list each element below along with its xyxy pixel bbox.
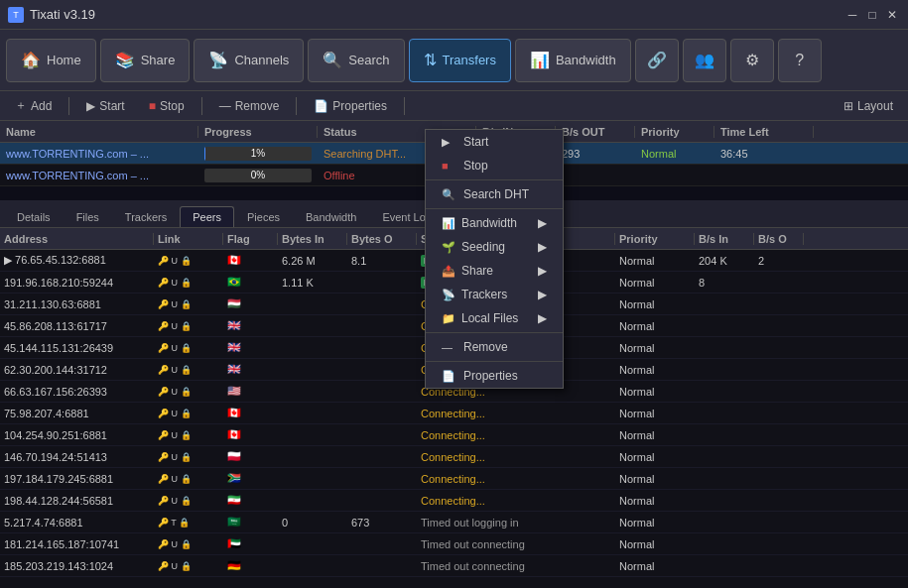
ctx-search-dht[interactable]: 🔍 Search DHT xyxy=(426,182,563,206)
peer-status: Connecting... xyxy=(417,429,615,441)
nav-search-label: Search xyxy=(348,53,389,67)
navbar: 🏠 Home 📚 Share 📡 Channels 🔍 Search ⇅ Tra… xyxy=(0,30,908,91)
ctx-start[interactable]: ▶ Start xyxy=(426,130,563,154)
nav-channels[interactable]: 📡 Channels xyxy=(194,39,304,82)
minimize-button[interactable]: ─ xyxy=(844,7,860,23)
tab-trackers[interactable]: Trackers xyxy=(112,206,180,227)
nav-bandwidth[interactable]: 📊 Bandwidth xyxy=(515,39,631,82)
peer-link: 🔑 U 🔒 xyxy=(154,365,223,375)
peer-row[interactable]: 185.203.219.143:1024 🔑 U 🔒 🇩🇪 Timed out … xyxy=(0,555,908,577)
ph-bytes-out[interactable]: Bytes O xyxy=(347,233,417,245)
ctx-properties[interactable]: 📄 Properties xyxy=(426,364,563,388)
tab-files[interactable]: Files xyxy=(64,206,112,227)
properties-icon: 📄 xyxy=(314,99,328,113)
ctx-stop-label: Stop xyxy=(463,159,488,173)
peer-row[interactable]: 75.98.207.4:6881 🔑 U 🔒 🇨🇦 Connecting... … xyxy=(0,403,908,424)
help-icon: ? xyxy=(795,52,804,69)
nav-bandwidth-label: Bandwidth xyxy=(556,53,616,67)
peer-row[interactable]: 104.254.90.251:6881 🔑 U 🔒 🇨🇦 Connecting.… xyxy=(0,424,908,446)
stop-button[interactable]: ■ Stop xyxy=(138,95,195,117)
peer-flag: 🇨🇦 xyxy=(223,407,278,419)
peer-bytes-out: 673 xyxy=(347,517,417,529)
peer-row[interactable]: 198.44.128.244:56581 🔑 U 🔒 🇮🇷 Connecting… xyxy=(0,490,908,512)
nav-share[interactable]: 📚 Share xyxy=(100,39,191,82)
ph-bps-out[interactable]: B/s O xyxy=(754,233,804,245)
ctx-share-label: Share xyxy=(461,264,493,278)
ctx-seeding-arrow: ▶ xyxy=(538,240,547,254)
nav-connections[interactable]: 🔗 xyxy=(635,39,679,82)
layout-label: Layout xyxy=(857,99,893,113)
context-menu: ▶ Start ■ Stop 🔍 Search DHT 📊 Bandwidth … xyxy=(425,129,564,389)
peer-address: 66.63.167.156:26393 xyxy=(0,386,154,398)
layout-icon: ⊞ xyxy=(843,99,853,113)
remove-button[interactable]: — Remove xyxy=(208,95,291,117)
ctx-trackers-label: Trackers xyxy=(461,288,507,301)
tab-peers[interactable]: Peers xyxy=(180,206,234,227)
ctx-local-files[interactable]: 📁 Local Files ▶ xyxy=(426,306,563,330)
toolbar: ＋ Add ▶ Start ■ Stop — Remove 📄 Properti… xyxy=(0,91,908,121)
ph-flag[interactable]: Flag xyxy=(223,233,278,245)
close-button[interactable]: ✕ xyxy=(884,7,900,23)
tab-details[interactable]: Details xyxy=(4,206,64,227)
peer-link: 🔑 U 🔒 xyxy=(154,256,223,266)
peer-priority: Normal xyxy=(615,517,695,529)
ctx-seeding[interactable]: 🌱 Seeding ▶ xyxy=(426,235,563,259)
peer-row[interactable]: 197.184.179.245:6881 🔑 U 🔒 🇿🇦 Connecting… xyxy=(0,468,908,490)
title-area: T Tixati v3.19 xyxy=(8,7,95,23)
share-icon: 📚 xyxy=(115,51,135,69)
app-icon: T xyxy=(8,7,24,23)
nav-settings[interactable]: ⚙ xyxy=(730,39,774,82)
ph-bytes-in[interactable]: Bytes In xyxy=(278,233,347,245)
peer-status: Connecting... xyxy=(417,495,615,507)
peer-flag: 🇮🇷 xyxy=(223,494,278,507)
peer-flag: 🇬🇧 xyxy=(223,341,278,354)
layout-button[interactable]: ⊞ Layout xyxy=(833,95,904,117)
properties-button[interactable]: 📄 Properties xyxy=(303,95,398,117)
toolbar-sep-1 xyxy=(68,97,69,115)
peer-link: 🔑 U 🔒 xyxy=(154,299,223,309)
peer-link: 🔑 U 🔒 xyxy=(154,474,223,484)
peer-priority: Normal xyxy=(615,495,695,507)
ph-priority[interactable]: Priority xyxy=(615,233,695,245)
peer-row[interactable]: 181.214.165.187:10741 🔑 U 🔒 🇦🇪 Timed out… xyxy=(0,533,908,555)
add-button[interactable]: ＋ Add xyxy=(4,95,63,117)
peer-priority: Normal xyxy=(615,277,695,289)
remove-label: Remove xyxy=(235,99,280,113)
nav-home[interactable]: 🏠 Home xyxy=(6,39,96,82)
peer-status: Timed out logging in xyxy=(417,517,615,529)
nav-search[interactable]: 🔍 Search xyxy=(308,39,404,82)
peer-row[interactable]: 5.217.4.74:6881 🔑 T 🔒 🇸🇦 0 673 Timed out… xyxy=(0,512,908,533)
ph-bps-in[interactable]: B/s In xyxy=(695,233,754,245)
nav-transfers[interactable]: ⇅ Transfers xyxy=(409,39,511,82)
ctx-remove[interactable]: — Remove xyxy=(426,335,563,359)
tab-pieces[interactable]: Pieces xyxy=(234,206,293,227)
peer-flag: 🇦🇪 xyxy=(223,537,278,550)
ctx-bandwidth[interactable]: 📊 Bandwidth ▶ xyxy=(426,211,563,235)
peer-address: 5.217.4.74:6881 xyxy=(0,517,154,529)
ph-link[interactable]: Link xyxy=(154,233,223,245)
app-title: Tixati v3.19 xyxy=(30,7,95,22)
peer-flag: 🇸🇦 xyxy=(223,516,278,529)
ctx-trackers[interactable]: 📡 Trackers ▶ xyxy=(426,283,563,306)
peer-row[interactable]: 146.70.194.24:51413 🔑 U 🔒 🇵🇱 Connecting.… xyxy=(0,446,908,468)
ctx-share[interactable]: 📤 Share ▶ xyxy=(426,259,563,283)
ctx-start-icon: ▶ xyxy=(442,136,455,149)
start-button[interactable]: ▶ Start xyxy=(75,95,135,117)
peer-bps-out: 2 xyxy=(754,255,804,267)
people-icon: 👥 xyxy=(695,51,714,69)
ctx-search-icon: 🔍 xyxy=(442,188,455,201)
tab-bandwidth[interactable]: Bandwidth xyxy=(293,206,369,227)
peer-address: 191.96.168.210:59244 xyxy=(0,277,154,289)
col-name: Name xyxy=(0,126,198,138)
peer-address: ▶ 76.65.45.132:6881 xyxy=(0,254,154,267)
ph-address[interactable]: Address xyxy=(0,233,154,245)
peer-status: Connecting... xyxy=(417,408,615,419)
nav-people[interactable]: 👥 xyxy=(683,39,726,82)
maximize-button[interactable]: □ xyxy=(864,7,880,23)
nav-help[interactable]: ? xyxy=(778,39,822,82)
peer-address: 45.144.115.131:26439 xyxy=(0,342,154,354)
properties-label: Properties xyxy=(332,99,387,113)
peer-priority: Normal xyxy=(615,386,695,398)
peer-priority: Normal xyxy=(615,429,695,441)
ctx-stop[interactable]: ■ Stop xyxy=(426,154,563,177)
